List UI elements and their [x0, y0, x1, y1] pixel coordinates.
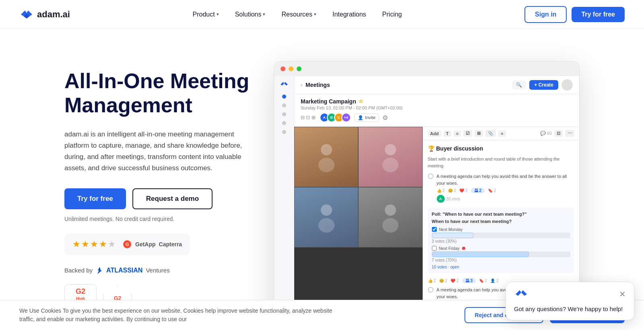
navbar: adam.ai Product ▾ Solutions ▾ Resources …	[0, 0, 644, 29]
sidebar-nav-item-3[interactable]	[282, 112, 286, 116]
more-options-button[interactable]: ⋯	[565, 130, 574, 137]
user-plus-icon: 👤	[358, 115, 363, 120]
sidebar-logo	[279, 81, 289, 88]
attachment-button[interactable]: 📎	[485, 130, 496, 137]
signin-button[interactable]: Sign in	[524, 6, 567, 23]
nav-resources[interactable]: Resources ▾	[275, 8, 322, 21]
hero-left: All-In-One Meeting Management adam.ai is…	[64, 61, 258, 320]
meeting-header: Marketing Campaign ☆ Sunday Feb 13, 01:0…	[294, 94, 579, 127]
topbar-left: › Meetings	[301, 82, 330, 88]
capterra-label: Capterra	[159, 241, 182, 248]
chat-logo	[514, 289, 528, 300]
getapp-label: GetApp	[135, 241, 156, 248]
chat-header: ✕	[506, 282, 634, 305]
vote-tag-1: 🗳 2	[471, 188, 485, 193]
nav-solutions[interactable]: Solutions ▾	[229, 8, 272, 21]
notes-heading: 🏆 Buyer discussion	[428, 145, 574, 152]
add-button[interactable]: Add	[428, 130, 441, 137]
backed-by-label: Backed by	[64, 267, 93, 274]
svg-point-2	[385, 144, 396, 155]
vote-tag-2: 🗳 3	[462, 278, 476, 283]
video-grid	[294, 127, 423, 248]
comment-1-body: A meeting agenda can help you avoid this…	[437, 173, 574, 203]
poll-votes-2: 7 votes (70%)	[432, 258, 570, 262]
breadcrumb-sep: ›	[301, 82, 302, 88]
atlassian-icon	[96, 266, 104, 274]
participant-4: +4	[341, 113, 351, 122]
hero-title: All-In-One Meeting Management	[64, 69, 258, 118]
comment-1-text: A meeting agenda can help you avoid this…	[437, 173, 574, 186]
svg-point-7	[382, 218, 398, 233]
poll-total-votes: 10 votes · open	[432, 265, 570, 269]
svg-point-1	[318, 158, 334, 172]
poll-box: Poll: "When to have our next team meetin…	[428, 208, 574, 273]
g2-icon: G	[123, 240, 131, 248]
nav-links: Product ▾ Solutions ▾ Resources ▾ Integr…	[186, 8, 409, 21]
sidebar-nav-item-2[interactable]	[282, 103, 286, 107]
chat-body: Got any questions? We're happy to help!	[506, 305, 634, 320]
try-free-nav-button[interactable]: Try for free	[572, 7, 625, 22]
svg-point-6	[385, 204, 396, 216]
toolbar-icons: ⊟ ⊡ ⊞	[301, 115, 316, 120]
ventures-label: Ventures	[146, 267, 169, 274]
chevron-down-icon: ▾	[314, 12, 316, 17]
sidebar-nav-item-1[interactable]	[282, 95, 286, 99]
settings-icon[interactable]: ⚙	[382, 114, 388, 122]
meeting-title: Marketing Campaign ☆	[301, 98, 573, 105]
hero-description: adam.ai is an intelligent all-in-one mee…	[64, 129, 258, 174]
hero-ratings: ★★★★★ G GetApp Capterra	[64, 233, 190, 255]
sidebar-nav-item-4[interactable]	[282, 121, 286, 125]
chevron-down-icon: ▾	[217, 12, 219, 17]
poll-votes-1: 3 votes (30%)	[432, 239, 570, 243]
sidebar-nav-item-5[interactable]	[282, 130, 286, 134]
avatar-comment-1: A	[437, 195, 445, 203]
backed-by: Backed by ATLASSIAN Ventures	[64, 266, 258, 274]
logo-icon	[19, 9, 34, 20]
meeting-toolbar: ⊟ ⊡ ⊞ A B C +4 👤 Invite ⚙	[301, 113, 573, 122]
poll-checkbox-1[interactable]	[432, 227, 437, 232]
nav-integrations[interactable]: Integrations	[326, 8, 373, 21]
poll-option-2: Next Friday 7 votes (70%)	[432, 246, 570, 262]
comment-1-meta: 👍 2 😊 2 ❤️ 2 🗳 2 🔖 2	[437, 188, 574, 193]
user-avatar[interactable]	[561, 79, 573, 91]
video-cell-4	[358, 187, 422, 248]
insert-button[interactable]: +	[498, 130, 506, 137]
list-button[interactable]: ≡	[454, 130, 461, 137]
logo[interactable]: adam.ai	[19, 9, 70, 20]
person-silhouette-1	[314, 141, 339, 173]
nav-pricing[interactable]: Pricing	[376, 8, 409, 21]
try-free-hero-button[interactable]: Try for free	[64, 188, 126, 209]
topbar-actions: 🔍 + Create	[512, 79, 573, 91]
request-demo-button[interactable]: Request a demo	[132, 188, 213, 209]
check-icon-1	[428, 173, 433, 179]
poll-question: When to have our next team meeting?	[432, 219, 570, 224]
video-cell-2	[358, 127, 422, 187]
rating-brands: G GetApp Capterra	[123, 240, 182, 248]
atlassian-logo: ATLASSIAN	[96, 266, 142, 274]
breadcrumb-meetings: Meetings	[305, 82, 330, 88]
check-icon-2	[428, 287, 433, 293]
table-button[interactable]: ⊞	[475, 130, 483, 137]
comment-count: 💬 60	[540, 131, 552, 136]
comment-1: A meeting agenda can help you avoid this…	[428, 173, 574, 203]
person-silhouette-3	[314, 201, 339, 233]
search-box[interactable]: 🔍	[512, 80, 526, 89]
create-button[interactable]: + Create	[529, 80, 558, 90]
star-icon[interactable]: ☆	[359, 99, 363, 104]
invite-button[interactable]: 👤 Invite	[354, 113, 379, 122]
hero-buttons: Try for free Request a demo	[64, 188, 258, 209]
window-maximize-dot	[297, 66, 301, 71]
person-silhouette-4	[378, 201, 402, 233]
chat-close-button[interactable]: ✕	[619, 289, 626, 299]
person-silhouette-2	[378, 141, 402, 173]
comment-1-time: 30 mins	[446, 197, 460, 201]
svg-point-0	[321, 144, 332, 155]
checkbox-button[interactable]: ☑	[463, 130, 472, 137]
format-button[interactable]: ⊡	[554, 130, 563, 137]
poll-title: Poll: "When to have our next team meetin…	[432, 212, 570, 217]
window-minimize-dot	[289, 66, 293, 71]
text-bold[interactable]: T	[444, 130, 451, 137]
meeting-time: Sunday Feb 13, 01:00 PM - 02:00 PM (GMT+…	[301, 105, 573, 110]
nav-product[interactable]: Product ▾	[186, 8, 225, 21]
poll-checkbox-2[interactable]	[432, 246, 437, 251]
